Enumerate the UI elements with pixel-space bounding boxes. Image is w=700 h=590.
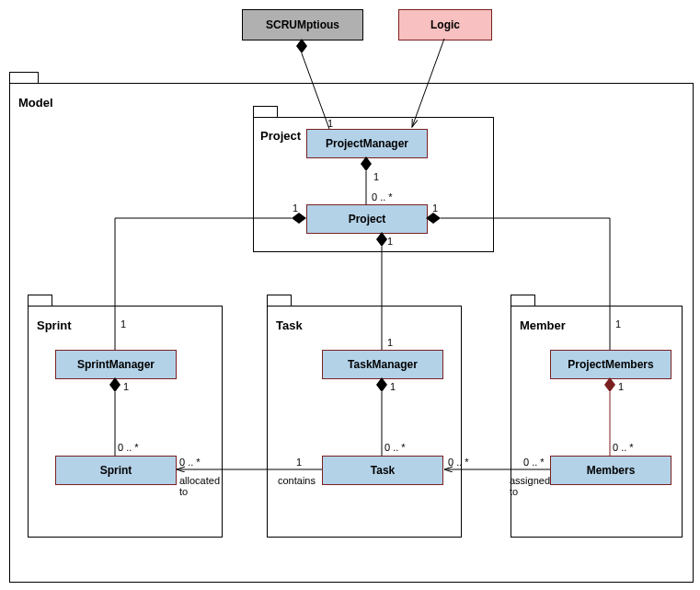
model-pkg-title: Model [18,96,53,110]
mult-task-top: 0 .. * [384,442,406,453]
task-pkg-title: Task [276,318,303,332]
mult-members-left: 0 .. * [523,457,545,468]
mult-projmem-top: 1 [615,318,621,330]
mult-sprint-right: 0 .. * [179,457,201,468]
mult-sprint-top: 0 .. * [118,442,139,453]
mult-projmem-b: 1 [618,381,624,392]
scrumptious-box: SCRUMptious [242,9,363,40]
mult-task-right: 0 .. * [448,457,469,468]
mult-spman-top: 1 [120,318,126,330]
task-class: Task [322,456,443,485]
mult-task-left: 1 [296,457,302,468]
mult-taskman-b: 1 [390,381,396,392]
sprint-class: Sprint [55,456,177,485]
taskmanager-class: TaskManager [322,350,443,379]
mult-project-top: 0 .. * [372,191,393,202]
project-class: Project [306,204,428,234]
lbl-allocated: allocated to [179,475,220,497]
mult-pm-top: 1 [327,118,333,129]
member-pkg-title: Member [520,318,566,332]
members-class: Members [550,456,671,485]
mult-project-right: 1 [432,202,438,214]
task-pkg [267,306,462,538]
member-pkg [511,306,683,538]
project-pkg-title: Project [260,129,301,143]
sprint-pkg [28,306,223,538]
mult-project-down: 1 [387,236,393,247]
sprintmanager-class: SprintManager [55,350,177,379]
mult-taskman-top: 1 [387,337,393,348]
mult-spman-b: 1 [123,381,129,392]
lbl-assigned: assigned to [510,475,550,497]
mult-pm-bottom: 1 [373,171,379,182]
mult-project-left: 1 [293,202,298,214]
lbl-contains: contains [278,475,316,486]
mult-members-top: 0 .. * [613,442,634,453]
logic-box: Logic [398,9,492,40]
projectmembers-class: ProjectMembers [550,350,671,379]
sprint-pkg-title: Sprint [37,318,72,332]
projectmanager-class: ProjectManager [306,129,428,158]
